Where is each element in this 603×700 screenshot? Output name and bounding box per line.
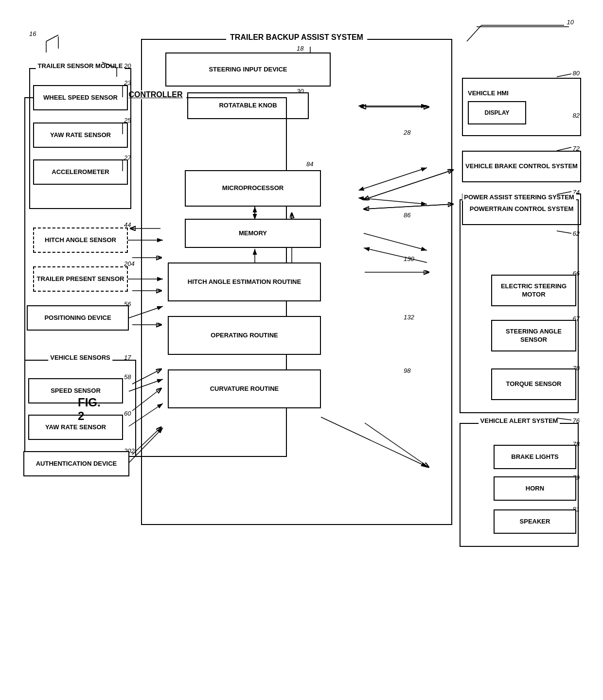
microprocessor-box: MICROPROCESSOR [185, 170, 321, 207]
trailer-present-sensor-label: TRAILER PRESENT SENSOR [37, 275, 124, 283]
main-system-title: TRAILER BACKUP ASSIST SYSTEM [226, 33, 367, 42]
ref-20: 20 [124, 62, 131, 70]
ref-60: 60 [124, 410, 131, 417]
ref-58: 58 [124, 373, 131, 381]
wheel-speed-sensor-label: WHEEL SPEED SENSOR [43, 94, 118, 102]
diagram-area: 10 16 TRAILER BACKUP ASSIST SYSTEM 18 ST… [0, 0, 603, 583]
ref-28: 28 [404, 129, 410, 136]
positioning-device-label: POSITIONING DEVICE [44, 314, 111, 322]
display-box: DISPLAY [468, 101, 526, 124]
speaker-box: SPEAKER [494, 509, 576, 534]
brake-lights-label: BRAKE LIGHTS [511, 453, 559, 461]
ref-80: 80 [573, 70, 580, 77]
authentication-device-box: AUTHENTICATION DEVICE [23, 451, 129, 476]
hitch-angle-sensor-label: HITCH ANGLE SENSOR [45, 236, 116, 245]
wheel-speed-sensor-box: WHEEL SPEED SENSOR [33, 85, 128, 110]
authentication-device-label: AUTHENTICATION DEVICE [36, 460, 117, 468]
yaw-rate-sensor-top-label: YAW RATE SENSOR [50, 131, 111, 140]
curvature-routine-label: CURVATURE ROUTINE [210, 385, 279, 393]
fig-caption-label: FIG. 2 [78, 396, 101, 423]
memory-box: MEMORY [185, 219, 321, 248]
horn-box: HORN [494, 476, 576, 501]
steering-input-device-label: STEERING INPUT DEVICE [209, 66, 287, 74]
ref-17: 17 [124, 354, 131, 361]
trailer-sensor-module-title: TRAILER SENSOR MODULE [36, 62, 125, 70]
horn-label: HORN [526, 485, 544, 493]
electric-steering-motor-box: ELECTRIC STEERING MOTOR [491, 275, 576, 306]
alert-title: VEHICLE ALERT SYSTEM [479, 417, 560, 424]
svg-line-26 [46, 35, 58, 41]
trailer-present-sensor-box: TRAILER PRESENT SENSOR [33, 266, 128, 292]
steering-input-device-box: STEERING INPUT DEVICE [165, 52, 331, 87]
ref-18: 18 [297, 45, 303, 52]
torque-sensor-label: TORQUE SENSOR [506, 380, 562, 388]
yaw-rate-sensor-bottom-label: YAW RATE SENSOR [45, 423, 106, 432]
svg-line-49 [557, 147, 571, 151]
svg-line-48 [557, 74, 571, 77]
ref-82: 82 [573, 112, 580, 119]
pass-title: POWER ASSIST STEERING SYSTEM [462, 193, 576, 201]
speaker-label: SPEAKER [520, 518, 550, 526]
positioning-device-box: POSITIONING DEVICE [27, 305, 129, 331]
hitch-angle-estimation-label: HITCH ANGLE ESTIMATION ROUTINE [188, 278, 301, 286]
yaw-rate-sensor-top-box: YAW RATE SENSOR [33, 122, 128, 148]
operating-routine-box: OPERATING ROUTINE [168, 316, 321, 355]
hitch-angle-estimation-box: HITCH ANGLE ESTIMATION ROUTINE [168, 262, 321, 301]
vehicle-brake-box: VEHICLE BRAKE CONTROL SYSTEM [462, 151, 581, 182]
ref-10: 10 [567, 18, 574, 26]
curvature-routine-box: CURVATURE ROUTINE [168, 369, 321, 408]
ref-84: 84 [306, 160, 313, 168]
ref-98: 98 [404, 367, 410, 374]
electric-steering-motor-label: ELECTRIC STEERING MOTOR [492, 282, 575, 299]
svg-line-24 [467, 25, 481, 41]
steering-angle-sensor-box: STEERING ANGLE SENSOR [491, 320, 576, 351]
ref-132: 132 [404, 314, 414, 321]
vehicle-hmi-label: VEHICLE HMI [468, 89, 509, 98]
controller-title: CONTROLLER [124, 90, 186, 99]
ref-16: 16 [29, 30, 36, 37]
accelerometer-label: ACCELEROMETER [52, 168, 109, 176]
vehicle-brake-label: VEHICLE BRAKE CONTROL SYSTEM [465, 162, 578, 171]
display-label: DISPLAY [485, 109, 510, 117]
microprocessor-label: MICROPROCESSOR [222, 184, 284, 192]
ref-86: 86 [404, 211, 410, 219]
yaw-rate-sensor-bottom-box: YAW RATE SENSOR [28, 415, 123, 440]
operating-routine-label: OPERATING ROUTINE [211, 332, 278, 340]
speed-sensor-label: SPEED SENSOR [51, 387, 101, 395]
accelerometer-box: ACCELEROMETER [33, 159, 128, 185]
brake-lights-box: BRAKE LIGHTS [494, 445, 576, 469]
vehicle-sensors-title: VEHICLE SENSORS [48, 354, 112, 361]
torque-sensor-box: TORQUE SENSOR [491, 368, 576, 400]
vehicle-hmi-box: VEHICLE HMI DISPLAY [462, 78, 581, 136]
speed-sensor-box: SPEED SENSOR [28, 378, 123, 403]
hitch-angle-sensor-box: HITCH ANGLE SENSOR [33, 228, 128, 253]
ref-130: 130 [404, 255, 414, 262]
steering-angle-sensor-label: STEERING ANGLE SENSOR [492, 328, 575, 344]
memory-label: MEMORY [239, 229, 267, 238]
